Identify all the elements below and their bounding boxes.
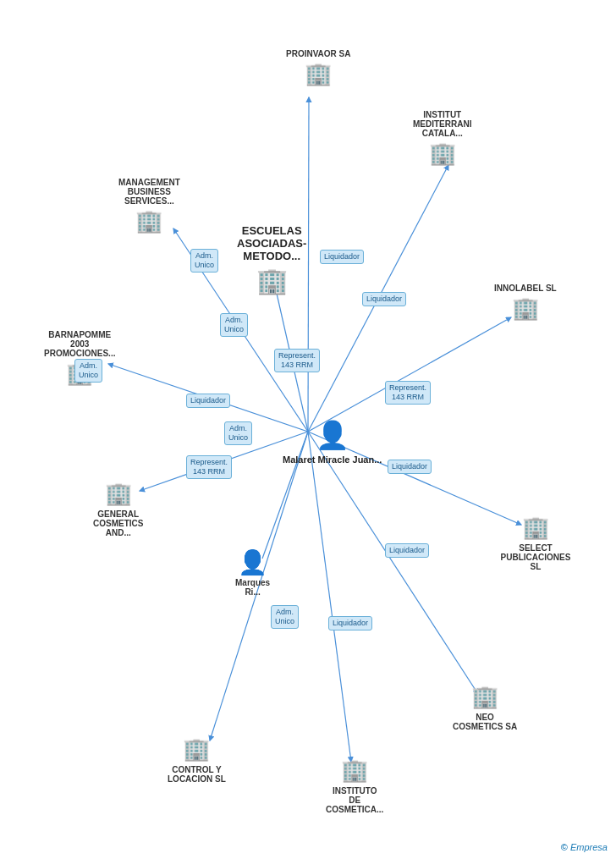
innolabel-label: INNOLABEL SL [494, 284, 557, 293]
badge-represent-2[interactable]: Represent.143 RRM [186, 455, 232, 479]
badge-liquidador-2[interactable]: Liquidador [186, 394, 230, 408]
node-marques[interactable]: 👤 MarquesRi... [235, 548, 270, 597]
general-label: GENERALCOSMETICSAND... [93, 509, 143, 537]
neo-label: NEOCOSMETICS SA [453, 713, 517, 731]
node-control[interactable]: 🏢 CONTROL YLOCACION SL [168, 736, 226, 784]
badge-liquidador-1[interactable]: Liquidador [320, 250, 364, 264]
svg-line-0 [308, 97, 309, 432]
node-institut[interactable]: INSTITUTMEDITERRANICATALA... 🏢 [413, 110, 471, 167]
badge-liquidador-6[interactable]: Liquidador [328, 616, 372, 630]
watermark: © Empresa [561, 842, 608, 852]
institut-building-icon: 🏢 [429, 140, 456, 167]
badge-adm-unico-4[interactable]: Adm.Unico [74, 359, 102, 383]
proinvaor-label: PROINVAOR SA [286, 49, 351, 58]
badge-adm-unico-1[interactable]: Adm.Unico [190, 249, 218, 273]
badge-liquidador-5[interactable]: Liquidador [385, 543, 429, 558]
node-select[interactable]: 🏢 SELECTPUBLICACIONES SL [498, 515, 574, 571]
badge-adm-unico-3[interactable]: Adm.Unico [224, 421, 252, 445]
escuelas-building-icon: 🏢 [256, 266, 288, 295]
marques-label: MarquesRi... [235, 578, 270, 597]
general-building-icon: 🏢 [105, 481, 132, 507]
marques-person-icon: 👤 [238, 548, 267, 576]
badge-represent-3[interactable]: Represent.143 RRM [385, 381, 431, 405]
node-proinvaor[interactable]: PROINVAOR SA 🏢 [286, 49, 351, 87]
innolabel-building-icon: 🏢 [512, 295, 539, 322]
node-neo[interactable]: 🏢 NEOCOSMETICS SA [453, 684, 517, 731]
barnapomme-label: BARNAPOMME2003PROMOCIONES... [44, 330, 115, 358]
institut-label: INSTITUTMEDITERRANICATALA... [413, 110, 471, 138]
node-management[interactable]: MANAGEMENTBUSINESSSERVICES... 🏢 [118, 178, 180, 234]
node-general[interactable]: 🏢 GENERALCOSMETICSAND... [93, 481, 143, 537]
person-icon: 👤 [316, 419, 349, 451]
node-escuelas[interactable]: ESCUELASASOCIADAS-METODO... 🏢 [237, 224, 306, 295]
badge-represent-1[interactable]: Represent.143 RRM [274, 349, 320, 372]
select-label: SELECTPUBLICACIONES SL [498, 543, 574, 571]
node-innolabel[interactable]: INNOLABEL SL 🏢 [494, 284, 557, 322]
escuelas-label: ESCUELASASOCIADAS-METODO... [237, 224, 306, 262]
management-label: MANAGEMENTBUSINESSSERVICES... [118, 178, 180, 206]
copyright-symbol: © [561, 842, 568, 852]
instituto-label: INSTITUTODECOSMETICA... [326, 786, 383, 814]
svg-line-5 [308, 432, 351, 762]
instituto-building-icon: 🏢 [341, 757, 368, 784]
watermark-text: Empresa [570, 842, 608, 852]
center-label: Malaret Miracle Juan... [283, 454, 382, 465]
control-label: CONTROL YLOCACION SL [168, 765, 226, 784]
node-instituto[interactable]: 🏢 INSTITUTODECOSMETICA... [326, 757, 383, 814]
select-building-icon: 🏢 [522, 515, 549, 541]
badge-liquidador-3[interactable]: Liquidador [362, 292, 406, 306]
badge-adm-unico-5[interactable]: Adm.Unico [271, 605, 299, 629]
center-node[interactable]: 👤 Malaret Miracle Juan... [283, 419, 382, 465]
neo-building-icon: 🏢 [471, 684, 498, 710]
badge-adm-unico-2[interactable]: Adm.Unico [220, 313, 248, 337]
proinvaor-building-icon: 🏢 [305, 61, 332, 87]
control-building-icon: 🏢 [183, 736, 210, 763]
badge-liquidador-4[interactable]: Liquidador [388, 460, 432, 474]
management-building-icon: 🏢 [135, 208, 162, 234]
